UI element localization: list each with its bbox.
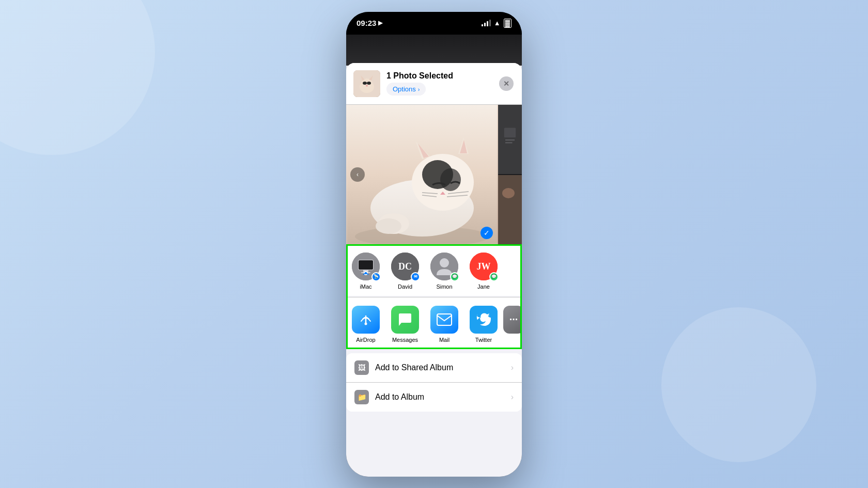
share-target-jane[interactable]: JW 💬 Jane bbox=[464, 253, 503, 290]
wifi-icon: ▲ bbox=[494, 19, 501, 27]
photo-info: 1 Photo Selected Options › bbox=[386, 71, 493, 96]
svg-point-6 bbox=[367, 82, 371, 85]
add-album-left: 📁 Add to Album bbox=[354, 390, 424, 404]
options-button[interactable]: Options › bbox=[386, 83, 426, 96]
close-icon: ✕ bbox=[503, 80, 509, 88]
add-album-label: Add to Album bbox=[375, 392, 424, 402]
simon-avatar: 💬 bbox=[430, 253, 458, 280]
jane-label: Jane bbox=[477, 284, 490, 290]
svg-rect-28 bbox=[505, 142, 513, 143]
share-target-david[interactable]: DC ✉ David bbox=[385, 253, 425, 290]
share-target-imac[interactable]: 📡 iMac bbox=[346, 253, 385, 290]
simon-badge: 💬 bbox=[450, 272, 459, 281]
svg-rect-27 bbox=[505, 139, 515, 140]
shared-album-label: Add to Shared Album bbox=[375, 363, 453, 372]
share-sheet: 1 Photo Selected Options › ✕ bbox=[346, 63, 522, 477]
messages-label: Messages bbox=[392, 337, 418, 343]
scroll-left-indicator: ‹ bbox=[350, 167, 365, 182]
add-album-icon: 📁 bbox=[354, 390, 369, 404]
twitter-label: Twitter bbox=[475, 337, 492, 343]
close-button[interactable]: ✕ bbox=[499, 76, 514, 91]
side-thumb-2 bbox=[498, 175, 522, 244]
svg-point-5 bbox=[363, 82, 367, 85]
share-actions-wrapper: 📡 iMac DC ✉ bbox=[346, 244, 522, 349]
svg-text:DC: DC bbox=[398, 261, 412, 272]
svg-point-24 bbox=[376, 218, 401, 234]
menu-item-add-album[interactable]: 📁 Add to Album › bbox=[346, 383, 522, 412]
cat-photo-svg bbox=[346, 105, 498, 244]
signal-icon bbox=[482, 20, 491, 26]
cat-photo-bg bbox=[346, 105, 498, 244]
add-album-arrow: › bbox=[511, 392, 514, 402]
app-twitter[interactable]: Twitter bbox=[464, 306, 503, 343]
mail-icon bbox=[430, 306, 458, 334]
options-chevron: › bbox=[418, 86, 420, 92]
svg-point-43 bbox=[365, 322, 367, 325]
selection-checkmark: ✓ bbox=[481, 227, 493, 239]
share-target-simon[interactable]: 💬 Simon bbox=[425, 253, 464, 290]
mail-label: Mail bbox=[439, 337, 450, 343]
svg-rect-44 bbox=[437, 314, 452, 325]
shared-album-left: 🖼 Add to Shared Album bbox=[354, 360, 453, 375]
svg-point-13 bbox=[440, 168, 461, 191]
side-thumb-1 bbox=[498, 105, 522, 174]
menu-item-shared-album[interactable]: 🖼 Add to Shared Album › bbox=[346, 353, 522, 383]
menu-list: 🖼 Add to Shared Album › 📁 Add to Album › bbox=[346, 353, 522, 412]
options-label: Options bbox=[393, 85, 416, 93]
app-more[interactable]: ··· bbox=[503, 306, 522, 343]
app-airdrop[interactable]: AirDrop bbox=[346, 306, 385, 343]
airdrop-label: AirDrop bbox=[356, 337, 375, 343]
time-display: 09:23 bbox=[357, 19, 376, 27]
side-photos bbox=[498, 105, 522, 244]
people-row: 📡 iMac DC ✉ bbox=[346, 244, 522, 296]
photo-strip: ✓ ‹ bbox=[346, 105, 522, 244]
david-avatar: DC ✉ bbox=[391, 253, 419, 280]
status-icons: ▲ ▓ bbox=[482, 19, 512, 28]
imac-badge: 📡 bbox=[371, 272, 381, 281]
simon-label: Simon bbox=[436, 284, 452, 290]
status-bar: 09:23 ▶ ▲ ▓ bbox=[346, 12, 522, 35]
airdrop-icon bbox=[352, 306, 380, 334]
selected-photo-thumb bbox=[353, 70, 380, 97]
svg-point-7 bbox=[366, 85, 368, 86]
svg-point-40 bbox=[440, 258, 449, 267]
messages-icon bbox=[391, 306, 419, 334]
apps-row: AirDrop Messages bbox=[346, 297, 522, 349]
twitter-icon bbox=[470, 306, 498, 334]
shared-album-icon: 🖼 bbox=[354, 360, 369, 375]
app-messages[interactable]: Messages bbox=[385, 306, 425, 343]
svg-text:JW: JW bbox=[477, 261, 491, 272]
more-icon: ··· bbox=[503, 306, 522, 334]
battery-icon: ▓ bbox=[504, 19, 512, 28]
jane-badge: 💬 bbox=[489, 272, 499, 281]
phone-frame: 09:23 ▶ ▲ ▓ bbox=[346, 12, 522, 477]
thumb-cat-svg bbox=[353, 70, 380, 97]
imac-label: iMac bbox=[360, 284, 371, 290]
jane-avatar: JW 💬 bbox=[470, 253, 498, 280]
david-badge: ✉ bbox=[411, 272, 420, 281]
svg-rect-33 bbox=[359, 260, 373, 270]
photos-bg bbox=[346, 35, 522, 66]
svg-rect-26 bbox=[504, 128, 516, 137]
shared-album-arrow: › bbox=[511, 363, 514, 372]
location-icon: ▶ bbox=[378, 20, 382, 26]
main-photo: ✓ ‹ bbox=[346, 105, 498, 244]
photo-selected-title: 1 Photo Selected bbox=[386, 71, 493, 81]
content-area: 1 Photo Selected Options › ✕ bbox=[346, 35, 522, 477]
david-label: David bbox=[398, 284, 412, 290]
svg-point-30 bbox=[502, 188, 515, 198]
app-mail[interactable]: Mail bbox=[425, 306, 464, 343]
share-header: 1 Photo Selected Options › ✕ bbox=[346, 63, 522, 105]
imac-avatar: 📡 bbox=[352, 253, 380, 280]
